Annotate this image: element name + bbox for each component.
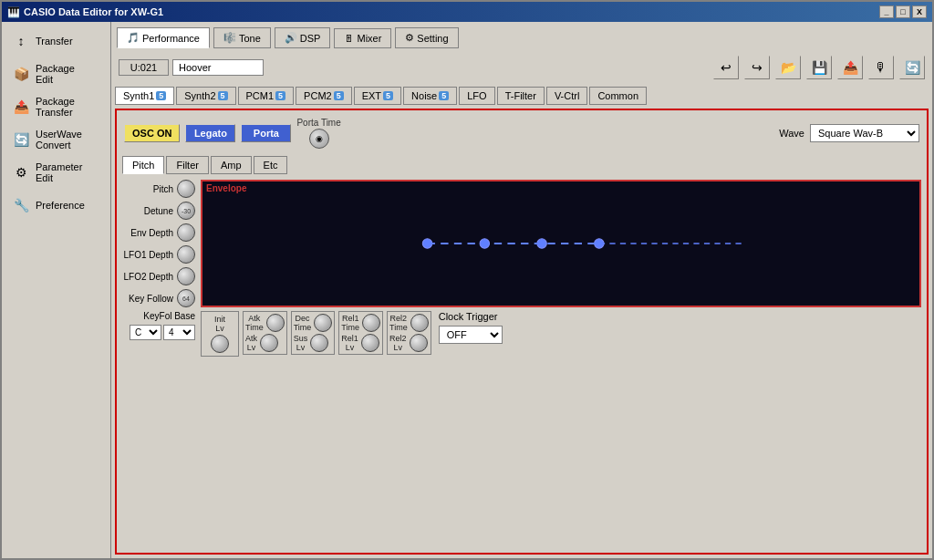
lfo2-depth-knob[interactable]: [177, 267, 195, 285]
synth2-label: Synth2: [184, 90, 215, 101]
env-depth-label: Env Depth: [128, 228, 173, 238]
synth-tab-noise[interactable]: Noise 5: [403, 87, 457, 105]
preset-id: U:021: [119, 59, 169, 76]
envelope-area: Envelope: [201, 180, 921, 547]
wave-select[interactable]: Square Wav-B Square Wav-A Sine Triangle …: [810, 124, 919, 142]
porta-time-knob[interactable]: ◉: [309, 129, 329, 149]
refresh-button[interactable]: 🔄: [899, 56, 925, 79]
preference-icon: 🔧: [10, 194, 32, 216]
undo-button[interactable]: ↩: [713, 56, 739, 79]
sidebar-label-transfer: Transfer: [36, 36, 73, 47]
sidebar-item-userwave-convert[interactable]: 🔄 UserWaveConvert: [4, 124, 109, 155]
porta-button[interactable]: Porta: [241, 124, 291, 142]
export-button[interactable]: 📤: [837, 56, 863, 79]
clock-trigger-select[interactable]: OFF ON: [439, 326, 503, 344]
sidebar-label-package-edit: PackageEdit: [36, 63, 75, 85]
sidebar-item-package-transfer[interactable]: 📤 PackageTransfer: [4, 91, 109, 122]
synth-tab-common[interactable]: Common: [589, 87, 647, 105]
save-button[interactable]: 💾: [806, 56, 832, 79]
tone-tab-icon: 🎼: [223, 32, 236, 44]
synth1-badge: 5: [156, 91, 166, 100]
pcm1-label: PCM1: [246, 90, 275, 101]
synth-tab-pcm1[interactable]: PCM1 5: [238, 87, 295, 105]
sus-lv-knob[interactable]: [310, 334, 328, 352]
common-label: Common: [597, 90, 638, 101]
close-button[interactable]: X: [912, 5, 927, 18]
tab-mixer[interactable]: 🎚 Mixer: [334, 28, 391, 48]
atk-lv-label: AtkLv: [245, 334, 257, 352]
rel1-time-knob[interactable]: [362, 314, 380, 332]
wave-label: Wave: [779, 128, 804, 139]
synth-tabs: Synth1 5 Synth2 5 PCM1 5 PCM2 5 EXT 5: [115, 87, 929, 105]
tab-tone[interactable]: 🎼 Tone: [213, 27, 271, 48]
pcm2-badge: 5: [334, 91, 344, 100]
maximize-button[interactable]: □: [896, 5, 910, 18]
detune-knob[interactable]: -30: [177, 202, 195, 220]
pcm2-label: PCM2: [304, 90, 332, 101]
tab-setting[interactable]: ⚙ Setting: [395, 27, 458, 48]
detune-value: -30: [182, 208, 191, 214]
env-depth-knob[interactable]: [177, 223, 195, 242]
porta-time-label: Porta Time: [296, 118, 340, 128]
main-content: ↕ Transfer 📦 PackageEdit 📤 PackageTransf…: [2, 22, 932, 558]
userwave-icon: 🔄: [10, 129, 32, 150]
tab-dsp[interactable]: 🔊 DSP: [275, 27, 331, 48]
pitch-knob[interactable]: [177, 180, 195, 198]
synth-tab-lfo[interactable]: LFO: [459, 87, 494, 105]
inner-tab-amp[interactable]: Amp: [211, 156, 252, 174]
tfilter-label: T-Filter: [505, 90, 536, 101]
inner-tab-pitch[interactable]: Pitch: [122, 156, 164, 174]
synth-tab-synth2[interactable]: Synth2 5: [176, 87, 235, 105]
keyfol-base-label: KeyFol Base: [143, 311, 195, 321]
dec-time-knob[interactable]: [314, 314, 332, 332]
atk-lv-knob[interactable]: [260, 334, 278, 352]
rel2-lv-row: Rel2Lv: [389, 334, 429, 352]
title-bar-controls: _ □ X: [879, 5, 927, 18]
rel1-lv-row: Rel1Lv: [341, 334, 380, 352]
dsp-tab-label: DSP: [300, 33, 321, 44]
redo-button[interactable]: ↪: [744, 56, 770, 79]
rel2-time-row: Rel2Time: [389, 314, 429, 332]
open-button[interactable]: 📂: [775, 56, 801, 79]
preset-name-input[interactable]: [172, 59, 264, 76]
synth-tab-vctrl[interactable]: V-Ctrl: [546, 87, 588, 105]
osc-on-button[interactable]: OSC ON: [124, 124, 180, 142]
rel2-lv-knob[interactable]: [410, 334, 428, 352]
rel2-time-knob[interactable]: [410, 314, 429, 332]
synth-tab-ext[interactable]: EXT 5: [354, 87, 401, 105]
keyfol-base-row: KeyFol Base: [122, 311, 195, 321]
inner-tab-filter[interactable]: Filter: [166, 156, 208, 174]
transfer-icon: ↕: [10, 30, 32, 52]
window-title: CASIO Data Editor for XW-G1: [24, 6, 163, 17]
sidebar-item-parameter-edit[interactable]: ⚙ ParameterEdit: [4, 157, 109, 188]
record-button[interactable]: 🎙: [868, 56, 894, 79]
title-bar-left: 🎹 CASIO Data Editor for XW-G1: [7, 6, 163, 18]
pitch-knob-row: Pitch: [122, 180, 195, 198]
sus-lv-row: SusLv: [294, 334, 333, 352]
inner-tab-etc[interactable]: Etc: [254, 156, 288, 174]
init-lv-knob[interactable]: [211, 335, 229, 353]
synth-tab-tfilter[interactable]: T-Filter: [497, 87, 545, 105]
legato-button[interactable]: Legato: [185, 124, 235, 142]
synth-tab-pcm2[interactable]: PCM2 5: [296, 87, 352, 105]
sidebar-item-preference[interactable]: 🔧 Preference: [4, 190, 109, 221]
sidebar-item-transfer[interactable]: ↕ Transfer: [4, 26, 109, 57]
atk-time-label: AtkTime: [245, 314, 264, 332]
sidebar-item-package-edit[interactable]: 📦 PackageEdit: [4, 58, 109, 89]
atk-time-knob[interactable]: [266, 314, 285, 332]
setting-tab-icon: ⚙: [405, 32, 414, 44]
minimize-button[interactable]: _: [879, 5, 894, 18]
keyfol-octave-select[interactable]: 41235: [163, 325, 195, 340]
init-lv-label: InitLv: [214, 315, 225, 333]
key-follow-knob[interactable]: 64: [177, 289, 195, 307]
keyfol-note-select[interactable]: CDEFGAB: [130, 325, 161, 340]
performance-tab-label: Performance: [142, 33, 200, 44]
rel1-lv-knob[interactable]: [361, 334, 379, 352]
lfo2-depth-label: LFO2 Depth: [124, 272, 173, 282]
lfo1-depth-knob[interactable]: [177, 245, 195, 264]
tab-performance[interactable]: 🎵 Performance: [117, 27, 210, 48]
synth-tab-synth1[interactable]: Synth1 5: [115, 87, 174, 105]
clock-trigger-label: Clock Trigger: [439, 311, 503, 322]
lfo-label: LFO: [467, 90, 486, 101]
dec-sus-group: DecTime SusLv: [291, 311, 336, 355]
